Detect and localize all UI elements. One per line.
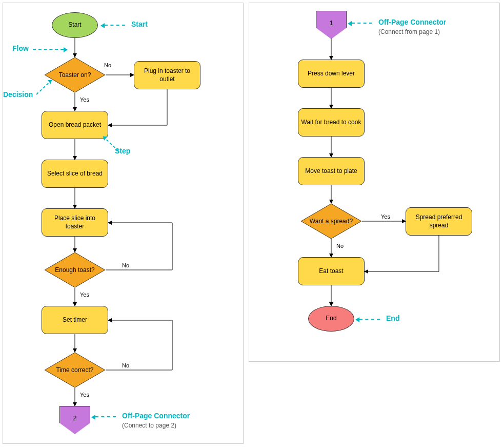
- annotation-offpage-2-sub: (Connect from page 1): [378, 28, 440, 35]
- process-spread: Spread preferred spread: [406, 207, 472, 236]
- process-select-slice-label: Select slice of bread: [47, 170, 103, 178]
- process-eat-toast-label: Eat toast: [319, 267, 343, 276]
- decision-want-spread: Want a spread?: [300, 203, 362, 239]
- process-spread-label: Spread preferred spread: [408, 213, 470, 229]
- annotation-dash-end: [359, 319, 380, 320]
- edge-label-yes: Yes: [79, 96, 90, 103]
- process-set-timer: Set timer: [42, 306, 108, 334]
- edge-label-yes-2: Yes: [79, 291, 90, 298]
- process-open-packet-label: Open bread packet: [49, 121, 101, 129]
- annotation-dash-start: [105, 25, 125, 26]
- annotation-dash-decision: [31, 75, 57, 95]
- process-eat-toast: Eat toast: [298, 257, 365, 285]
- edge-label-no-3: No: [121, 362, 130, 368]
- process-wait-cook: Wait for bread to cook: [298, 108, 365, 137]
- edge-label-no-spread: No: [335, 243, 345, 249]
- process-move-plate-label: Move toast to plate: [305, 167, 357, 176]
- process-plug-toaster: Plug in toaster to outlet: [134, 61, 200, 89]
- annotation-dash-offpage-1: [95, 416, 116, 417]
- annotation-offpage-1-sub: (Connect to page 2): [122, 422, 176, 429]
- connectors-page-2: [249, 3, 500, 362]
- edge-label-yes-3: Yes: [79, 392, 90, 398]
- annotation-step: Step: [115, 147, 130, 155]
- edge-label-no: No: [103, 62, 112, 68]
- annotation-offpage-1: Off-Page Connector: [122, 412, 190, 420]
- offpage-connector-1: 1: [316, 11, 347, 39]
- process-move-plate: Move toast to plate: [298, 157, 365, 185]
- annotation-dash-offpage-2: [352, 23, 372, 24]
- annotation-offpage-2: Off-Page Connector: [378, 18, 446, 26]
- decision-enough-toast: Enough toast?: [44, 252, 106, 288]
- process-set-timer-label: Set timer: [63, 316, 87, 324]
- annotation-decision: Decision: [3, 90, 33, 99]
- process-select-slice: Select slice of bread: [42, 160, 108, 188]
- annotation-start: Start: [131, 20, 148, 28]
- connectors-page-1: [3, 3, 244, 444]
- end-terminator: End: [308, 306, 354, 332]
- offpage-connector-2: 2: [59, 406, 90, 434]
- process-place-slice-label: Place slice into toaster: [44, 215, 106, 230]
- annotation-end: End: [386, 314, 399, 322]
- process-wait-cook-label: Wait for bread to cook: [301, 119, 361, 127]
- decision-time-correct-label: Time correct?: [44, 352, 106, 388]
- offpage-connector-1-label: 1: [316, 11, 347, 39]
- start-label: Start: [68, 21, 81, 29]
- decision-enough-toast-label: Enough toast?: [44, 252, 106, 288]
- start-terminator: Start: [52, 12, 98, 38]
- annotation-dash-flow: [33, 49, 64, 50]
- offpage-connector-2-label: 2: [59, 406, 90, 434]
- process-press-lever-label: Press down lever: [308, 70, 355, 78]
- decision-time-correct: Time correct?: [44, 352, 106, 388]
- page-2: 1 Press down lever Wait for bread to coo…: [249, 3, 500, 362]
- process-plug-toaster-label: Plug in toaster to outlet: [136, 67, 198, 83]
- edge-label-no-2: No: [121, 262, 130, 268]
- page-1: Start Toaster on? No Yes Plug in toaster…: [3, 3, 244, 444]
- process-press-lever: Press down lever: [298, 60, 365, 88]
- edge-label-yes-spread: Yes: [380, 213, 391, 220]
- decision-want-spread-label: Want a spread?: [300, 203, 362, 239]
- end-label: End: [326, 315, 336, 323]
- annotation-flow: Flow: [12, 44, 29, 52]
- process-place-slice: Place slice into toaster: [42, 208, 108, 237]
